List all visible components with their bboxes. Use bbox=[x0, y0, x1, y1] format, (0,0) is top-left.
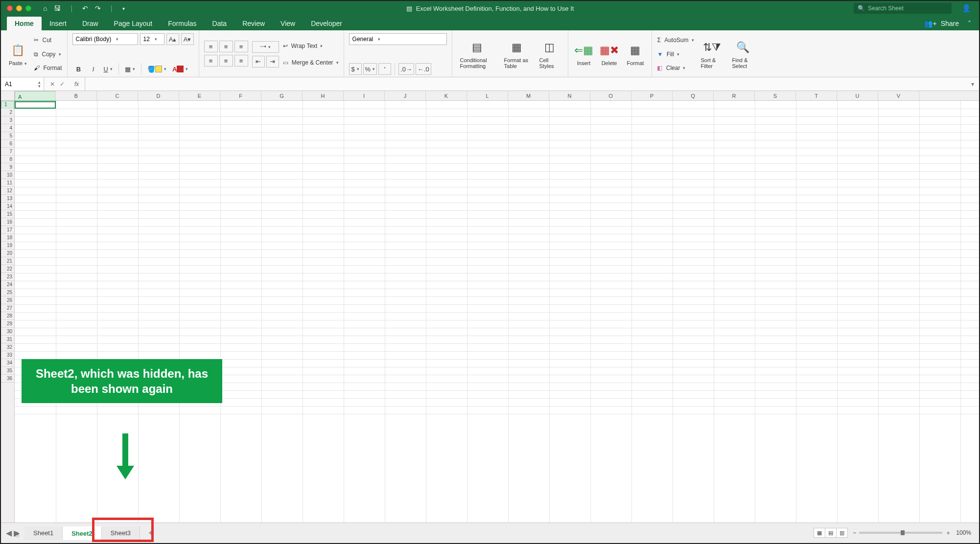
tab-page-layout[interactable]: Page Layout bbox=[106, 17, 161, 30]
row-header-3[interactable]: 3 bbox=[1, 116, 14, 124]
row-header-18[interactable]: 18 bbox=[1, 234, 14, 242]
tab-review[interactable]: Review bbox=[234, 17, 273, 30]
page-break-view-icon[interactable]: ▥ bbox=[836, 528, 848, 538]
decrease-font-icon[interactable]: A▾ bbox=[181, 33, 194, 45]
increase-font-icon[interactable]: A▴ bbox=[166, 33, 179, 45]
name-box-stepper[interactable]: ▴▾ bbox=[38, 80, 44, 88]
row-header-21[interactable]: 21 bbox=[1, 257, 14, 265]
bold-button[interactable]: B bbox=[72, 63, 85, 75]
add-sheet-button[interactable]: ＋ bbox=[140, 528, 162, 538]
col-header-j[interactable]: J bbox=[385, 91, 426, 100]
minimize-window-icon[interactable] bbox=[16, 5, 22, 11]
zoom-in-icon[interactable]: ＋ bbox=[945, 529, 951, 537]
cell-styles-button[interactable]: ◫Cell Styles bbox=[537, 33, 563, 75]
row-header-12[interactable]: 12 bbox=[1, 187, 14, 195]
save-icon[interactable]: 🖫 bbox=[54, 4, 61, 12]
fill-color-button[interactable]: 🪣 bbox=[145, 63, 168, 75]
sheet-tab-sheet3[interactable]: Sheet3 bbox=[102, 526, 140, 540]
user-icon[interactable]: 👤 bbox=[962, 4, 971, 13]
col-header-v[interactable]: V bbox=[878, 91, 919, 100]
format-as-table-button[interactable]: ▦Format as Table bbox=[501, 33, 533, 75]
font-color-button[interactable]: A bbox=[170, 63, 190, 75]
select-all-corner[interactable] bbox=[1, 91, 15, 100]
row-header-27[interactable]: 27 bbox=[1, 304, 14, 312]
col-header-p[interactable]: P bbox=[631, 91, 673, 100]
row-header-28[interactable]: 28 bbox=[1, 312, 14, 320]
col-header-n[interactable]: N bbox=[549, 91, 590, 100]
col-header-r[interactable]: R bbox=[714, 91, 755, 100]
col-header-k[interactable]: K bbox=[426, 91, 467, 100]
delete-cells-button[interactable]: ▦✖Delete bbox=[599, 33, 620, 75]
percent-button[interactable]: % bbox=[363, 63, 377, 75]
col-header-f[interactable]: F bbox=[220, 91, 261, 100]
copy-button[interactable]: ⧉ Copy bbox=[34, 47, 62, 61]
row-header-11[interactable]: 11 bbox=[1, 179, 14, 187]
sheet-tab-sheet2[interactable]: Sheet2 bbox=[63, 526, 102, 540]
zoom-out-icon[interactable]: − bbox=[853, 529, 856, 536]
increase-decimal-icon[interactable]: .0→ bbox=[398, 63, 414, 75]
row-header-16[interactable]: 16 bbox=[1, 218, 14, 226]
clear-button[interactable]: ◧ Clear bbox=[657, 61, 694, 75]
undo-icon[interactable]: ↶ bbox=[82, 4, 88, 12]
row-header-8[interactable]: 8 bbox=[1, 156, 14, 163]
tab-draw[interactable]: Draw bbox=[74, 17, 106, 30]
font-size-select[interactable]: 12 bbox=[140, 33, 164, 45]
row-header-22[interactable]: 22 bbox=[1, 265, 14, 273]
conditional-formatting-button[interactable]: ▤Conditional Formatting bbox=[457, 33, 497, 75]
tab-formulas[interactable]: Formulas bbox=[160, 17, 204, 30]
fill-button[interactable]: ▼ Fill bbox=[657, 47, 694, 61]
find-select-button[interactable]: 🔍Find & Select bbox=[729, 33, 757, 75]
increase-indent-icon[interactable]: ⇥ bbox=[266, 56, 279, 68]
row-header-23[interactable]: 23 bbox=[1, 273, 14, 281]
col-header-g[interactable]: G bbox=[261, 91, 303, 100]
col-header-m[interactable]: M bbox=[508, 91, 549, 100]
share-button[interactable]: 👥+ Share ˄ bbox=[916, 17, 979, 30]
col-header-o[interactable]: O bbox=[590, 91, 631, 100]
row-header-10[interactable]: 10 bbox=[1, 171, 14, 179]
enter-formula-icon[interactable]: ✓ bbox=[60, 81, 65, 88]
tab-data[interactable]: Data bbox=[205, 17, 235, 30]
tab-developer[interactable]: Developer bbox=[303, 17, 350, 30]
row-header-14[interactable]: 14 bbox=[1, 203, 14, 210]
row-header-17[interactable]: 17 bbox=[1, 226, 14, 234]
row-header-32[interactable]: 32 bbox=[1, 343, 14, 351]
format-painter-button[interactable]: 🖌 Format bbox=[34, 61, 62, 75]
paste-button[interactable]: 📋 Paste bbox=[6, 33, 30, 75]
normal-view-icon[interactable]: ▦ bbox=[814, 528, 825, 538]
font-name-select[interactable]: Calibri (Body) bbox=[72, 33, 138, 45]
row-header-9[interactable]: 9 bbox=[1, 163, 14, 171]
number-format-select[interactable]: General bbox=[349, 33, 447, 45]
row-header-1[interactable]: 1 bbox=[1, 101, 14, 109]
cell-area[interactable] bbox=[15, 101, 979, 522]
expand-formula-bar-icon[interactable]: ▾ bbox=[971, 81, 979, 88]
cut-button[interactable]: ✂ Cut bbox=[34, 33, 62, 47]
caret-down-icon[interactable]: ▾ bbox=[122, 6, 125, 11]
row-header-31[interactable]: 31 bbox=[1, 336, 14, 343]
row-header-25[interactable]: 25 bbox=[1, 289, 14, 296]
col-header-l[interactable]: L bbox=[467, 91, 508, 100]
row-header-6[interactable]: 6 bbox=[1, 140, 14, 148]
spreadsheet-grid[interactable]: A B C D E F G H I J K L M N O P Q R S T … bbox=[1, 91, 979, 522]
decrease-decimal-icon[interactable]: ←.0 bbox=[416, 63, 431, 75]
orientation-button[interactable]: ⭬ bbox=[252, 41, 279, 53]
row-header-26[interactable]: 26 bbox=[1, 296, 14, 304]
merge-center-button[interactable]: ▭ Merge & Center bbox=[283, 56, 339, 69]
row-header-19[interactable]: 19 bbox=[1, 242, 14, 249]
tab-insert[interactable]: Insert bbox=[42, 17, 74, 30]
align-center-icon[interactable]: ≡ bbox=[219, 55, 233, 67]
collapse-ribbon-icon[interactable]: ˄ bbox=[968, 20, 971, 27]
col-header-u[interactable]: U bbox=[837, 91, 878, 100]
zoom-slider[interactable]: − ＋ bbox=[853, 529, 951, 537]
align-top-icon[interactable]: ≡ bbox=[204, 41, 218, 52]
align-middle-icon[interactable]: ≡ bbox=[219, 41, 233, 52]
autosum-button[interactable]: Σ AutoSum bbox=[657, 33, 694, 47]
italic-button[interactable]: I bbox=[87, 63, 100, 75]
close-window-icon[interactable] bbox=[7, 5, 13, 11]
tab-home[interactable]: Home bbox=[7, 17, 42, 30]
formula-input[interactable] bbox=[85, 77, 971, 91]
col-header-c[interactable]: C bbox=[97, 91, 138, 100]
zoom-value[interactable]: 100% bbox=[956, 529, 971, 536]
row-header-34[interactable]: 34 bbox=[1, 359, 14, 367]
format-cells-button[interactable]: ▦Format bbox=[624, 33, 647, 75]
home-icon[interactable]: ⌂ bbox=[43, 4, 47, 12]
